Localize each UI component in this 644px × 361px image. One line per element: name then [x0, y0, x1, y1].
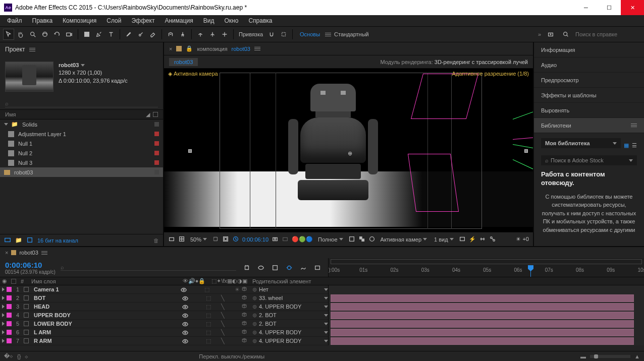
exposure-icon[interactable]: ☀ +0: [516, 236, 529, 243]
orbit-tool[interactable]: [39, 29, 50, 40]
close-tab-icon[interactable]: ×: [5, 250, 8, 256]
panel-tab[interactable]: Выровнять: [534, 103, 644, 118]
layer-color-label[interactable]: [7, 295, 12, 300]
solo-icon[interactable]: ⬚: [204, 286, 209, 293]
project-tree[interactable]: 📁SolidsAdjustment Layer 1Null 1Null 2Nul…: [0, 119, 163, 234]
pen-tool[interactable]: [93, 29, 104, 40]
layer-name[interactable]: UPPER BODY: [31, 312, 106, 318]
twirl-icon[interactable]: [2, 287, 5, 291]
layer-handle[interactable]: [188, 149, 192, 153]
channels-icon[interactable]: 🔴🟢🔵: [292, 236, 313, 243]
layer-clip[interactable]: [331, 320, 634, 328]
text-tool[interactable]: [105, 29, 117, 40]
twirl-icon[interactable]: [2, 330, 5, 334]
twirl-icon[interactable]: [2, 305, 5, 309]
twirl-icon[interactable]: [2, 296, 5, 300]
panel-tab[interactable]: Аудио: [534, 57, 644, 73]
flowchart-icon[interactable]: [489, 235, 496, 244]
layer-name[interactable]: BOT: [31, 295, 106, 301]
parent-dropdown[interactable]: ⊚33. wheel: [252, 295, 328, 302]
panel-menu-icon[interactable]: [631, 124, 637, 127]
3d-toggle[interactable]: [241, 303, 247, 310]
panel-menu-icon[interactable]: [254, 47, 260, 50]
camera-tool[interactable]: [64, 29, 75, 40]
parent-dropdown[interactable]: ⊚4. UPPER BODY: [252, 338, 328, 344]
timeline-tab-name[interactable]: robot03: [19, 250, 38, 256]
view-axis-icon[interactable]: [219, 29, 230, 40]
3d-toggle[interactable]: [241, 294, 247, 302]
collapse-icon[interactable]: ☀: [235, 286, 240, 293]
fast-preview-icon[interactable]: ⚡: [469, 236, 476, 243]
layer-row[interactable]: 6L ARM⬚╲⊚4. UPPER BODY: [0, 328, 644, 337]
trash-icon[interactable]: 🗑: [153, 237, 159, 244]
solo-icon[interactable]: ⬚: [206, 338, 211, 344]
world-axis-icon[interactable]: [207, 29, 218, 40]
parent-dropdown[interactable]: ⊚2. BOT: [252, 321, 328, 327]
layer-clip[interactable]: [331, 303, 634, 311]
project-item[interactable]: Null 3: [0, 158, 163, 167]
brush-tool[interactable]: [123, 29, 134, 40]
toggle-switches-label[interactable]: Перекл. выключ./режимы: [199, 353, 264, 359]
hamburger-icon[interactable]: [325, 33, 331, 36]
current-time[interactable]: 0:00:06:10: [242, 236, 269, 243]
visibility-toggle[interactable]: [182, 304, 188, 310]
menu-файл[interactable]: Файл: [2, 16, 27, 26]
camera-dropdown[interactable]: Активная камер: [379, 236, 429, 243]
graph-editor-icon[interactable]: [298, 262, 309, 273]
visibility-toggle[interactable]: [182, 295, 188, 301]
panel-tab[interactable]: Предпросмотр: [534, 73, 644, 88]
interpret-icon[interactable]: [4, 236, 11, 245]
views-dropdown[interactable]: 1 вид: [432, 236, 456, 243]
project-item[interactable]: robot03: [0, 167, 163, 177]
sync-icon[interactable]: [545, 29, 556, 40]
expand-icon[interactable]: {}: [17, 353, 21, 359]
render-module-value[interactable]: 3D-рендеринг с трассировкой лучей: [435, 59, 528, 65]
layer-bar-area[interactable]: [328, 285, 644, 294]
comp-thumbnail[interactable]: [5, 62, 53, 92]
mode-icon[interactable]: ╲: [221, 304, 225, 310]
parent-dropdown[interactable]: ⊚Нет: [252, 286, 328, 293]
panel-tab[interactable]: Эффекты и шаблоны: [534, 88, 644, 103]
workspace-standard[interactable]: Стандартный: [334, 31, 369, 37]
layer-name[interactable]: R ARM: [31, 338, 106, 344]
layer-color-label[interactable]: [7, 330, 12, 335]
mode-icon[interactable]: ╲: [221, 329, 225, 336]
panel-tab[interactable]: Информация: [534, 42, 644, 57]
zoom-slider[interactable]: [590, 355, 630, 358]
layer-bar-area[interactable]: [328, 303, 644, 311]
layer-row[interactable]: 7R ARM⬚╲⊚4. UPPER BODY: [0, 337, 644, 345]
column-label-icon[interactable]: [153, 112, 158, 117]
menu-справка[interactable]: Справка: [243, 16, 277, 26]
mode-icon[interactable]: ╲: [221, 338, 225, 344]
menu-правка[interactable]: Правка: [27, 16, 58, 26]
project-item[interactable]: Null 2: [0, 148, 163, 158]
layer-clip[interactable]: [331, 337, 634, 345]
search-icon[interactable]: [560, 29, 571, 40]
layer-color-label[interactable]: [7, 313, 12, 318]
magnify-icon[interactable]: [168, 235, 175, 244]
resolution-dropdown[interactable]: Полное: [316, 236, 345, 243]
mode-icon[interactable]: ╲: [221, 312, 225, 319]
time-ruler-area[interactable]: ):00s01s02s03s04s05s06s07s08s09s10s: [328, 258, 644, 277]
layer-name[interactable]: Camera 1: [31, 286, 106, 292]
roi-icon[interactable]: [348, 235, 355, 244]
hand-tool[interactable]: [15, 29, 26, 40]
layer-clip[interactable]: [331, 294, 634, 302]
parent-dropdown[interactable]: ⊚4. UPPER BODY: [252, 329, 328, 336]
time-icon[interactable]: [232, 235, 239, 244]
motion-blur-icon[interactable]: [284, 262, 295, 273]
menu-анимация[interactable]: Анимация: [159, 16, 198, 26]
playhead[interactable]: [530, 265, 531, 277]
project-item[interactable]: 📁Solids: [0, 119, 163, 129]
minimize-button[interactable]: ─: [574, 0, 598, 15]
puppet-tool[interactable]: [177, 29, 188, 40]
menu-слой[interactable]: Слой: [101, 16, 126, 26]
grid-icon[interactable]: [178, 235, 185, 244]
roto-tool[interactable]: [165, 29, 176, 40]
maximize-button[interactable]: ☐: [598, 0, 621, 15]
panel-menu-icon[interactable]: [29, 48, 35, 51]
layer-bar-area[interactable]: [328, 294, 644, 303]
frame-icon[interactable]: ⟐: [25, 353, 28, 359]
layer-bar-area[interactable]: [328, 328, 644, 337]
show-snapshot-icon[interactable]: [282, 235, 289, 244]
